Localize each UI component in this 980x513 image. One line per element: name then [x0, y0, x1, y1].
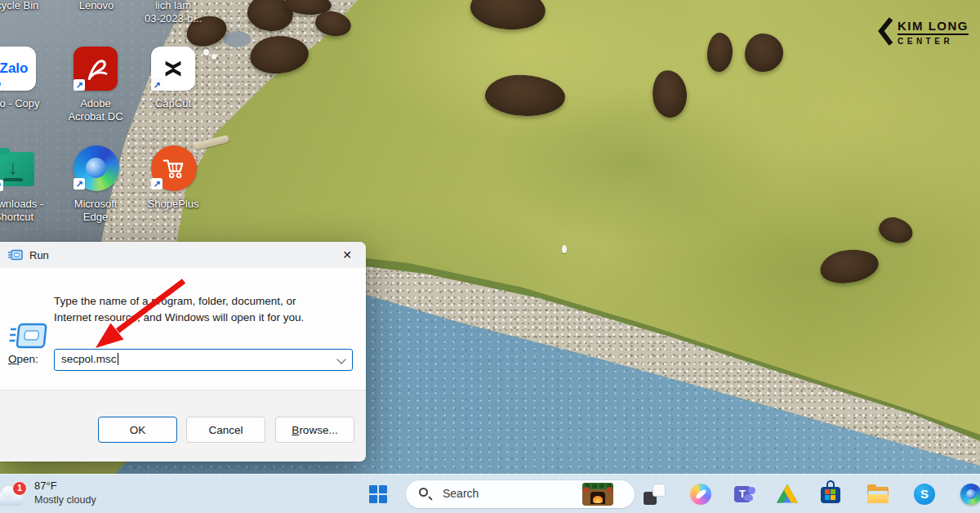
- run-dialog-titlebar[interactable]: Run ✕: [0, 242, 366, 268]
- shortcut-arrow-icon: ↗: [0, 79, 3, 91]
- screen: KIM LONG CENTER Recycle Bin Lenovo lịch …: [0, 0, 980, 513]
- teams-icon[interactable]: T: [734, 484, 755, 505]
- google-drive-icon[interactable]: [777, 484, 798, 505]
- text-caret: [118, 353, 118, 365]
- start-button[interactable]: [369, 485, 388, 504]
- run-dialog-footer: OK Cancel Browse...: [0, 390, 366, 462]
- notification-badge: 1: [12, 481, 27, 496]
- ok-button[interactable]: OK: [98, 417, 177, 443]
- taskbar: 1 87°F Mostly cloudy Search: [0, 474, 980, 513]
- bird: [203, 49, 209, 56]
- red-bow: [607, 487, 612, 492]
- fireplace-opening: [590, 492, 605, 504]
- fire: [593, 496, 603, 503]
- kim-long-logo-icon: [878, 17, 893, 47]
- fireplace-thumbnail[interactable]: [582, 483, 613, 506]
- cancel-button[interactable]: Cancel: [186, 417, 265, 443]
- weather-temperature: 87°F: [34, 480, 57, 492]
- shortcut-arrow-icon: ↗: [151, 79, 163, 91]
- run-program-icon: [8, 322, 47, 351]
- desktop-icon-zalo-copy[interactable]: Zalo ↗: [0, 47, 36, 91]
- run-description: Type the name of a program, folder, docu…: [54, 293, 348, 326]
- shortcut-arrow-icon: ↗: [151, 178, 163, 190]
- chevron-down-icon[interactable]: [336, 355, 345, 364]
- shortcut-arrow-icon: ↗: [74, 178, 85, 190]
- capcut-glyph-icon: [161, 56, 185, 81]
- skype-icon[interactable]: S: [914, 484, 935, 505]
- desktop[interactable]: KIM LONG CENTER Recycle Bin Lenovo lịch …: [0, 0, 980, 474]
- desktop-icon-downloads-shortcut[interactable]: ↓ ↗: [0, 147, 36, 191]
- acrobat-swirl-icon: [82, 55, 109, 83]
- zalo-icon: Zalo: [0, 47, 36, 91]
- close-icon[interactable]: ✕: [335, 246, 359, 264]
- download-tray: [3, 178, 23, 181]
- run-dialog: Run ✕ Type the name of a program, folder…: [0, 242, 366, 462]
- skype-s-glyph: S: [914, 484, 935, 505]
- bison: [745, 33, 783, 72]
- task-view-button[interactable]: [644, 484, 666, 505]
- weather-condition: Mostly cloudy: [34, 494, 96, 506]
- search-placeholder: Search: [443, 487, 479, 500]
- watermark-line1: KIM LONG: [898, 19, 969, 33]
- file-explorer-icon[interactable]: [867, 484, 889, 505]
- run-dialog-title: Run: [29, 249, 49, 261]
- open-label: Open:: [8, 353, 38, 365]
- watermark-line2: CENTER: [898, 37, 969, 46]
- browse-button[interactable]: Browse...: [275, 417, 354, 443]
- weather-widget[interactable]: 1 87°F Mostly cloudy: [0, 475, 122, 513]
- desktop-icon-adobe-acrobat[interactable]: ↗: [74, 47, 118, 91]
- run-dialog-body: Type the name of a program, folder, docu…: [0, 268, 366, 390]
- open-input[interactable]: secpol.msc: [54, 349, 353, 371]
- windows-logo-icon: [369, 485, 377, 493]
- desktop-icon-shopeplus[interactable]: ↗: [151, 145, 195, 190]
- download-arrow-icon: ↓: [3, 157, 23, 178]
- bird: [212, 54, 216, 60]
- shopping-cart-icon: [162, 157, 186, 180]
- downloads-folder-icon: ↓: [0, 152, 34, 186]
- run-window-icon: [8, 249, 23, 261]
- microsoft-store-icon[interactable]: [820, 484, 841, 505]
- desktop-icon-microsoft-edge[interactable]: ↗: [74, 145, 118, 190]
- shortcut-arrow-icon: ↗: [0, 180, 3, 191]
- bird: [562, 245, 567, 253]
- copilot-icon[interactable]: [690, 484, 711, 505]
- shortcut-arrow-icon: ↗: [74, 79, 85, 91]
- puddle: [223, 31, 251, 47]
- open-input-value: secpol.msc: [61, 353, 117, 365]
- red-bow: [584, 487, 589, 492]
- kim-long-watermark: KIM LONG CENTER: [878, 13, 980, 51]
- search-box[interactable]: Search: [406, 480, 635, 508]
- search-icon: [419, 488, 428, 497]
- edge-taskbar-icon[interactable]: [960, 484, 980, 505]
- desktop-icon-capcut[interactable]: ↗: [151, 47, 195, 91]
- watermark-rule: [898, 33, 969, 35]
